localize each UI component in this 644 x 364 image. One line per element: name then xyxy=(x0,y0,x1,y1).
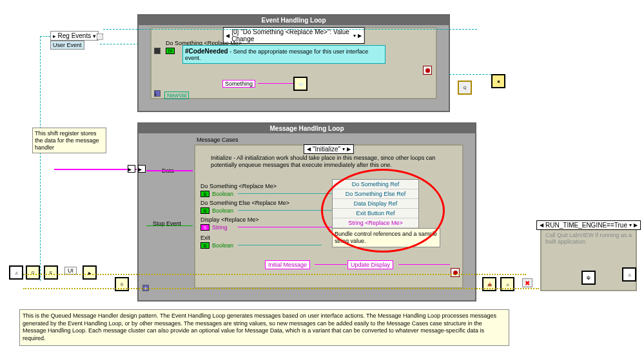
event-loop-title: Event Handling Loop xyxy=(139,15,449,25)
error-wire xyxy=(23,274,526,275)
enqueue-msg-subvi[interactable]: 📨 xyxy=(293,77,307,91)
bool-label: Boolean xyxy=(212,207,233,214)
runtime-case-selector[interactable]: ◀ RUN_TIME_ENGINE==True ▾ ▶ xyxy=(536,220,641,230)
user-event-label: User Event xyxy=(50,41,84,50)
wire xyxy=(398,264,450,265)
error-in-icon: ⚠ xyxy=(9,265,23,280)
message-cases-label: Message Cases xyxy=(197,137,239,143)
reg-events-label: ▸ Reg Events ▾ xyxy=(50,31,99,41)
str-label: String xyxy=(212,224,228,231)
prev-case-icon[interactable]: ◀ xyxy=(540,222,543,228)
init-desc: Initialize - All initialization work sho… xyxy=(211,155,449,169)
prev-case-icon[interactable]: ◀ xyxy=(226,33,229,39)
init-subvi[interactable]: ▶ xyxy=(83,265,97,280)
newval-terminal: NewVal xyxy=(164,91,189,99)
queue-create-subvi[interactable]: Q xyxy=(26,265,40,280)
runtime-case-label: RUN_TIME_ENGINE==True xyxy=(545,222,627,229)
wire xyxy=(238,227,332,227)
wire xyxy=(40,36,41,281)
wire xyxy=(103,29,477,30)
wire xyxy=(449,74,494,75)
case-selector[interactable]: ◀ "Initialize" ▾ ▶ xyxy=(304,144,354,154)
loop-stop-terminal xyxy=(423,66,432,75)
next-case-icon[interactable]: ▶ xyxy=(358,33,362,39)
display-lbl: Display <Replace Me> xyxy=(200,216,259,223)
wire xyxy=(238,193,332,194)
wire xyxy=(258,83,293,84)
str-term: S xyxy=(200,224,210,231)
wire xyxy=(238,245,322,245)
wire xyxy=(146,225,193,226)
case-label: "Initialize" xyxy=(313,146,340,153)
bundle-item: Do Something Else Ref xyxy=(333,189,418,199)
wire xyxy=(40,36,50,37)
dropdown-icon[interactable]: ▾ xyxy=(342,146,345,152)
bundle-item: String <Replace Me> xyxy=(333,218,418,228)
bool-term: B xyxy=(200,207,210,214)
wire xyxy=(146,170,193,171)
code-needed-note: #CodeNeeded#CodeNeeded - Send the approp… xyxy=(182,45,385,64)
dyn-event-reg-icon xyxy=(97,34,103,40)
next-case-icon[interactable]: ▶ xyxy=(347,146,351,152)
msg-loop-title: Message Handling Loop xyxy=(139,124,475,133)
bool-term: B xyxy=(200,242,210,249)
bool-label: Boolean xyxy=(212,191,233,197)
close-x-button[interactable]: ✖ xyxy=(522,278,532,287)
do-something-lbl: Do Something <Replace Me> xyxy=(200,183,277,189)
event-case-label: [0] "Do Something <Replace Me>": Value C… xyxy=(231,28,351,43)
user-event-create-subvi[interactable]: E xyxy=(44,265,58,280)
bundle-by-name: Do Something Ref Do Something Else Ref D… xyxy=(332,179,419,229)
bool-label: Boolean xyxy=(212,242,233,249)
something-constant: Something xyxy=(222,80,255,88)
dropdown-icon[interactable]: ▾ xyxy=(353,33,356,39)
error-out-icon: ⚠ xyxy=(622,267,636,282)
exit-lbl: Exit xyxy=(200,235,210,241)
shift-register-left: ▸ xyxy=(138,165,146,173)
shift-register-tunnel: ▸ xyxy=(128,165,135,173)
prev-case-icon[interactable]: ◀ xyxy=(307,146,311,152)
event-timeout-terminal xyxy=(154,48,161,54)
bundle-item: Data Display Ref xyxy=(333,199,418,209)
runtime-desc: Call Quit LabVIEW if running as a built … xyxy=(545,232,634,245)
wire xyxy=(315,264,347,265)
pattern-description-note: This is the Queued Message Handler desig… xyxy=(19,309,509,346)
next-case-icon[interactable]: ▶ xyxy=(634,222,638,228)
initial-message-const: Initial Message xyxy=(265,260,310,269)
event-structure: ◀ [0] "Do Something <Replace Me>": Value… xyxy=(150,27,437,99)
iteration-terminal: i xyxy=(154,90,161,97)
error-wire xyxy=(23,288,539,289)
bool-term: B xyxy=(200,191,210,197)
data-wire xyxy=(54,169,137,170)
wire xyxy=(238,210,332,211)
bundle-note: Bundle control references and a sample s… xyxy=(332,228,440,247)
dropdown-icon[interactable]: ▾ xyxy=(629,222,632,228)
do-else-lbl: Do Something Else <Replace Me> xyxy=(200,200,289,206)
wire xyxy=(100,44,139,44)
bundle-item: Do Something Ref xyxy=(333,180,418,189)
loop-stop-terminal xyxy=(451,268,460,277)
quit-labview-icon[interactable]: ⏻ xyxy=(581,271,596,285)
boolean-control-icon: TF xyxy=(166,48,175,54)
update-display-const: Update Display xyxy=(347,260,393,269)
destroy-ref-icon[interactable]: ✖ xyxy=(491,74,505,88)
message-cases-structure: ◀ "Initialize" ▾ ▶ Initialize - All init… xyxy=(194,144,463,289)
bundle-item: Exit Button Ref xyxy=(333,209,418,218)
shift-register-note: This shift register stores the data for … xyxy=(32,128,106,153)
queue-ref-icon: Q xyxy=(458,81,472,95)
